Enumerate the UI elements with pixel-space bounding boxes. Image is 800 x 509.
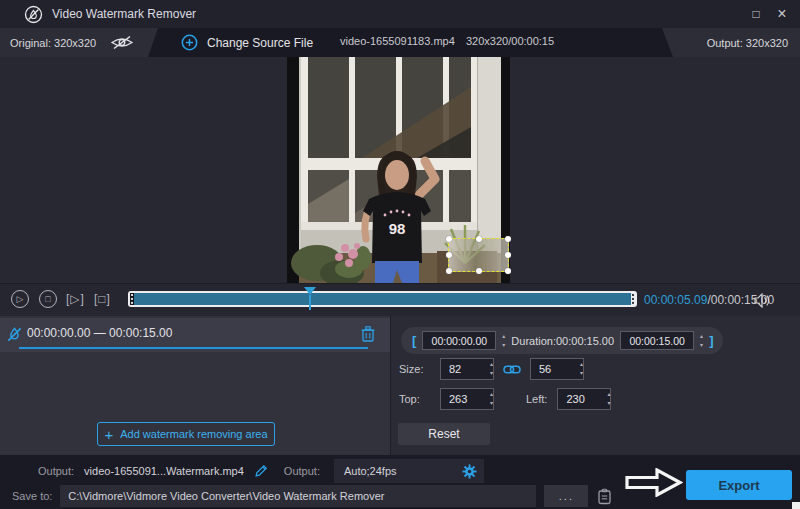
playhead-line bbox=[309, 295, 311, 310]
hide-preview-eye-icon[interactable] bbox=[110, 35, 134, 50]
clipboard-icon[interactable] bbox=[596, 488, 613, 505]
play-button[interactable]: ▷ bbox=[11, 290, 29, 308]
original-size-section: Original: 320x320 bbox=[0, 28, 158, 57]
add-watermark-area-label: Add watermark removing area bbox=[120, 428, 267, 440]
plus-circle-icon bbox=[181, 34, 198, 51]
app-logo-icon bbox=[24, 5, 43, 24]
selection-handle[interactable] bbox=[505, 236, 511, 242]
height-stepper[interactable]: ▴▾ bbox=[580, 360, 583, 378]
top-input[interactable] bbox=[441, 392, 490, 406]
segment-item[interactable]: 00:00:00.00 — 00:00:15.00 bbox=[0, 318, 390, 352]
left-field: ▴▾ bbox=[557, 388, 611, 410]
change-source-file-button[interactable]: Change Source File bbox=[181, 28, 313, 57]
left-label: Left: bbox=[526, 393, 547, 405]
playhead[interactable] bbox=[304, 287, 316, 310]
trim-end-bracket: ] bbox=[709, 333, 713, 348]
export-button[interactable]: Export bbox=[686, 470, 792, 500]
toolbar: Original: 320x320 Change Source File vid… bbox=[0, 28, 800, 57]
output-size-section: Output: 320x320 bbox=[662, 28, 800, 57]
output-format-input[interactable] bbox=[334, 464, 462, 478]
frame-forward-button[interactable]: [▷] bbox=[66, 292, 85, 306]
source-filename: video-1655091183.mp4 bbox=[340, 35, 455, 47]
top-stepper[interactable]: ▴▾ bbox=[490, 390, 493, 408]
segment-time-range: 00:00:00.00 — 00:00:15.00 bbox=[27, 326, 172, 340]
properties-panel: [ ▴▾ Duration:00:00:15.00 ▴▾ ] Size: ▴▾ bbox=[390, 316, 800, 455]
preview-area: 98 bbox=[0, 57, 800, 283]
selection-handle[interactable] bbox=[476, 268, 482, 274]
selection-handle[interactable] bbox=[505, 252, 511, 258]
trim-start-bracket: [ bbox=[412, 333, 416, 348]
browse-folder-button[interactable]: ... bbox=[544, 485, 588, 507]
output-format-label: Output: bbox=[284, 465, 320, 477]
selection-handle[interactable] bbox=[446, 236, 452, 242]
volume-icon[interactable] bbox=[753, 293, 771, 308]
trim-handle-left[interactable] bbox=[130, 293, 134, 305]
time-range-controls: [ ▴▾ Duration:00:00:15.00 ▴▾ ] bbox=[401, 327, 723, 354]
top-label: Top: bbox=[399, 393, 430, 405]
width-stepper[interactable]: ▴▾ bbox=[490, 360, 493, 378]
position-row: Top: ▴▾ Left: ▴▾ bbox=[399, 388, 611, 410]
start-time-stepper[interactable]: ▴▾ bbox=[502, 332, 505, 350]
change-source-file-label: Change Source File bbox=[207, 36, 313, 50]
rename-pencil-icon[interactable] bbox=[254, 464, 268, 478]
height-field: ▴▾ bbox=[530, 358, 584, 380]
output-row: Output: video-1655091...Watermark.mp4 Ou… bbox=[0, 458, 620, 484]
start-time-input[interactable] bbox=[422, 331, 496, 350]
timeline-slider[interactable] bbox=[128, 291, 637, 307]
shirt-number-text: 98 bbox=[389, 220, 406, 237]
output-format-field bbox=[334, 459, 484, 483]
maximize-button[interactable]: □ bbox=[746, 4, 766, 24]
transport-bar: ▷ □ [▷] [□] 00:00:05.09/00:00:15.00 bbox=[0, 283, 800, 316]
output-size-label: Output: 320x320 bbox=[707, 37, 788, 49]
size-row: Size: ▴▾ ▴▾ bbox=[399, 358, 584, 380]
end-time-stepper[interactable]: ▴▾ bbox=[700, 332, 703, 350]
selection-handle[interactable] bbox=[446, 252, 452, 258]
video-frame: 98 bbox=[287, 57, 510, 283]
plus-icon: + bbox=[104, 427, 113, 442]
top-field: ▴▾ bbox=[440, 388, 494, 410]
stop-button[interactable]: □ bbox=[39, 290, 57, 308]
workspace: 00:00:00.00 — 00:00:15.00 + Add watermar… bbox=[0, 316, 800, 455]
watermark-remove-icon bbox=[6, 326, 23, 343]
save-to-row: Save to: ... bbox=[0, 484, 620, 508]
trim-handle-right[interactable] bbox=[631, 293, 635, 305]
output-filename: video-1655091...Watermark.mp4 bbox=[84, 465, 244, 477]
segment-list-panel: 00:00:00.00 — 00:00:15.00 + Add watermar… bbox=[0, 316, 390, 455]
height-input[interactable] bbox=[531, 362, 580, 376]
frame-stop-button[interactable]: [□] bbox=[94, 292, 111, 306]
output-name-label: Output: bbox=[38, 465, 74, 477]
add-watermark-area-button[interactable]: + Add watermark removing area bbox=[97, 422, 275, 446]
footer-bar: Output: video-1655091...Watermark.mp4 Ou… bbox=[0, 455, 800, 509]
selection-handle[interactable] bbox=[446, 268, 452, 274]
window-title: Video Watermark Remover bbox=[52, 7, 196, 21]
duration-label: Duration:00:00:15.00 bbox=[511, 335, 614, 347]
save-to-label: Save to: bbox=[12, 490, 52, 502]
window-corner-artifact bbox=[792, 502, 800, 509]
delete-segment-trash-icon[interactable] bbox=[361, 326, 375, 342]
titlebar: Video Watermark Remover □ × bbox=[0, 0, 800, 28]
reset-button[interactable]: Reset bbox=[398, 423, 490, 445]
left-stepper[interactable]: ▴▾ bbox=[607, 390, 610, 408]
video-watermark-remover-window: Video Watermark Remover □ × Original: 32… bbox=[0, 0, 800, 509]
width-input[interactable] bbox=[441, 362, 490, 376]
selection-handle[interactable] bbox=[476, 236, 482, 242]
link-aspect-icon[interactable] bbox=[503, 364, 521, 375]
width-field: ▴▾ bbox=[440, 358, 494, 380]
current-time: 00:00:05.09 bbox=[644, 293, 707, 307]
format-settings-gear-icon[interactable] bbox=[462, 464, 477, 479]
left-input[interactable] bbox=[558, 392, 607, 406]
watermark-selection-box[interactable] bbox=[448, 238, 509, 272]
annotation-arrow-icon bbox=[625, 468, 683, 497]
close-button[interactable]: × bbox=[772, 4, 792, 24]
save-path-input[interactable] bbox=[60, 485, 536, 507]
segment-active-underline bbox=[19, 347, 368, 350]
size-label: Size: bbox=[399, 363, 430, 375]
source-resolution-duration: 320x320/00:00:15 bbox=[466, 35, 554, 47]
selection-handle[interactable] bbox=[505, 268, 511, 274]
end-time-input[interactable] bbox=[620, 331, 694, 350]
playhead-triangle bbox=[304, 287, 316, 295]
original-size-label: Original: 320x320 bbox=[10, 37, 96, 49]
timeline-fill bbox=[134, 293, 631, 305]
